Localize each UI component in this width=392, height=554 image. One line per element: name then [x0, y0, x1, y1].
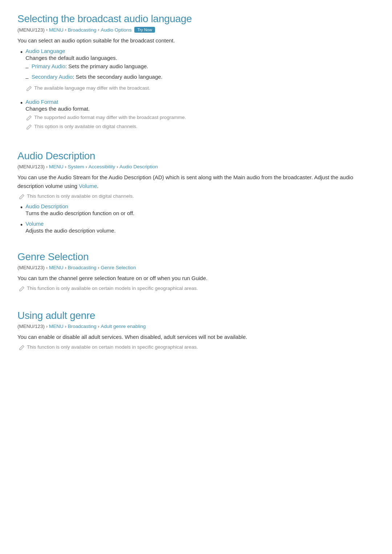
section-body-2: You can use the Audio Stream for the Aud…	[17, 173, 375, 190]
section-adult-genre: Using adult genre (MENU/123) › MENU › Br…	[17, 310, 375, 351]
bc-arrow-1b: ›	[65, 27, 66, 32]
bullet-title-volume: Volume	[25, 221, 44, 227]
bc-accessibility: Accessibility	[89, 164, 115, 169]
bc-menu123-3: (MENU/123)	[17, 265, 45, 270]
top-note-text-audio-desc: This function is only available on digit…	[27, 193, 134, 199]
bc-arrow-4a: ›	[46, 324, 48, 329]
note-list-audio-format: The supported audio format may differ wi…	[25, 115, 375, 131]
breadcrumb-2: (MENU/123) › MENU › System › Accessibili…	[17, 164, 375, 169]
bullet-content-audio-desc: Audio Description Turns the audio descri…	[25, 203, 375, 216]
sub-dash-primary: –	[25, 63, 28, 72]
bullet-desc-volume: Adjusts the audio description volume.	[25, 227, 375, 234]
note-genre-selection: This function is only available on certa…	[17, 286, 375, 292]
bullet-list-1: • Audio Language Changes the default aud…	[17, 48, 375, 133]
section-title-4: Using adult genre	[17, 310, 375, 321]
note-icon-pencil-6	[18, 345, 25, 351]
top-note-audio-desc: This function is only available on digit…	[17, 193, 375, 200]
breadcrumb-4: (MENU/123) › MENU › Broadcasting › Adult…	[17, 324, 375, 329]
sub-item-secondary-audio: – Secondary Audio: Sets the secondary au…	[25, 74, 375, 82]
bc-audio-options: Audio Options	[101, 27, 132, 33]
try-now-badge[interactable]: Try Now	[134, 27, 155, 33]
bc-arrow-2b: ›	[65, 164, 66, 169]
bc-arrow-3c: ›	[98, 265, 99, 270]
sub-dash-secondary: –	[25, 74, 28, 82]
section-title-2: Audio Description	[17, 150, 375, 162]
bc-audio-description-bc: Audio Description	[119, 164, 158, 169]
note-text-language-broadcast: The available language may differ with t…	[34, 85, 150, 91]
note-list-audio-language: The available language may differ with t…	[25, 85, 375, 92]
sub-text-primary-audio: Primary Audio: Sets the primary audio la…	[32, 63, 148, 69]
section-selecting-broadcast-audio: Selecting the broadcast audio language (…	[17, 13, 375, 133]
sub-item-primary-audio: – Primary Audio: Sets the primary audio …	[25, 63, 375, 72]
bullet-dot-1: •	[20, 48, 23, 57]
bullet-dot-3: •	[20, 203, 23, 212]
note-text-digital-channels-1: This option is only available on digital…	[34, 124, 137, 129]
breadcrumb-3: (MENU/123) › MENU › Broadcasting › Genre…	[17, 265, 375, 270]
bullet-content-audio-format: Audio Format Changes the audio format. T…	[25, 99, 375, 133]
section-title-1: Selecting the broadcast audio language	[17, 13, 375, 25]
bc-menu123-2: (MENU/123)	[17, 164, 45, 169]
bc-menu-3: MENU	[49, 265, 64, 270]
note-icon-pencil-5	[18, 286, 25, 292]
list-item-volume: • Volume Adjusts the audio description v…	[20, 221, 375, 234]
sub-list-audio-language: – Primary Audio: Sets the primary audio …	[25, 63, 375, 82]
sub-text-secondary-audio: Secondary Audio: Sets the secondary audi…	[32, 74, 163, 80]
bullet-desc-audio-language: Changes the default audio languages.	[25, 55, 375, 61]
section-audio-description: Audio Description (MENU/123) › MENU › Sy…	[17, 150, 375, 234]
section-body-1: You can select an audio option suitable …	[17, 36, 375, 45]
note-text-adult-genre: This function is only available on certa…	[27, 344, 198, 350]
bc-system: System	[68, 164, 84, 169]
note-item-format-programme: The supported audio format may differ wi…	[25, 115, 375, 122]
note-icon-pencil-1	[25, 86, 32, 92]
bullet-content-audio-language: Audio Language Changes the default audio…	[25, 48, 375, 94]
bc-arrow-1c: ›	[98, 27, 99, 32]
breadcrumb-1: (MENU/123) › MENU › Broadcasting › Audio…	[17, 27, 375, 33]
bullet-title-audio-format: Audio Format	[25, 99, 58, 105]
list-item-audio-description: • Audio Description Turns the audio desc…	[20, 203, 375, 216]
section-genre-selection: Genre Selection (MENU/123) › MENU › Broa…	[17, 251, 375, 292]
bullet-desc-audio-desc: Turns the audio description function on …	[25, 210, 375, 216]
bullet-content-volume: Volume Adjusts the audio description vol…	[25, 221, 375, 234]
bc-genre-selection-bc: Genre Selection	[101, 265, 136, 270]
bullet-dot-4: •	[20, 221, 23, 230]
bc-broadcasting-1: Broadcasting	[68, 27, 97, 33]
section-body-4: You can enable or disable all adult serv…	[17, 333, 375, 341]
list-item-audio-language: • Audio Language Changes the default aud…	[20, 48, 375, 94]
bc-menu-2: MENU	[49, 164, 64, 169]
note-item-digital-channels-1: This option is only available on digital…	[25, 124, 375, 131]
bc-arrow-1a: ›	[46, 27, 48, 32]
bullet-title-audio-language: Audio Language	[25, 48, 65, 54]
note-item-language-broadcast: The available language may differ with t…	[25, 85, 375, 92]
bc-arrow-4c: ›	[98, 324, 99, 329]
bc-broadcasting-4: Broadcasting	[68, 324, 97, 329]
note-text-genre-selection: This function is only available on certa…	[27, 286, 198, 291]
note-text-format-programme: The supported audio format may differ wi…	[34, 115, 186, 120]
bc-menu-1: MENU	[49, 27, 64, 33]
note-adult-genre: This function is only available on certa…	[17, 344, 375, 351]
volume-inline-link[interactable]: Volume	[79, 183, 97, 189]
bc-arrow-3b: ›	[65, 265, 66, 270]
note-icon-pencil-4	[18, 194, 25, 200]
bullet-title-audio-desc: Audio Description	[25, 203, 68, 209]
bc-menu123-4: (MENU/123)	[17, 324, 45, 329]
list-item-audio-format: • Audio Format Changes the audio format.…	[20, 99, 375, 133]
note-icon-pencil-3	[25, 124, 32, 131]
bc-broadcasting-3: Broadcasting	[68, 265, 97, 270]
bullet-desc-audio-format: Changes the audio format.	[25, 106, 375, 112]
bc-arrow-2d: ›	[117, 164, 118, 169]
bc-adult-genre-enabling: Adult genre enabling	[101, 324, 146, 329]
bc-arrow-2a: ›	[46, 164, 48, 169]
bullet-list-2: • Audio Description Turns the audio desc…	[17, 203, 375, 234]
bullet-dot-2: •	[20, 99, 23, 108]
bc-menu123-1: (MENU/123)	[17, 27, 45, 33]
section-body-3: You can turn the channel genre selection…	[17, 274, 375, 283]
bc-arrow-2c: ›	[86, 164, 87, 169]
section-title-3: Genre Selection	[17, 251, 375, 263]
bc-arrow-4b: ›	[65, 324, 66, 329]
bc-menu-4: MENU	[49, 324, 64, 329]
bc-arrow-3a: ›	[46, 265, 48, 270]
note-icon-pencil-2	[25, 115, 32, 122]
